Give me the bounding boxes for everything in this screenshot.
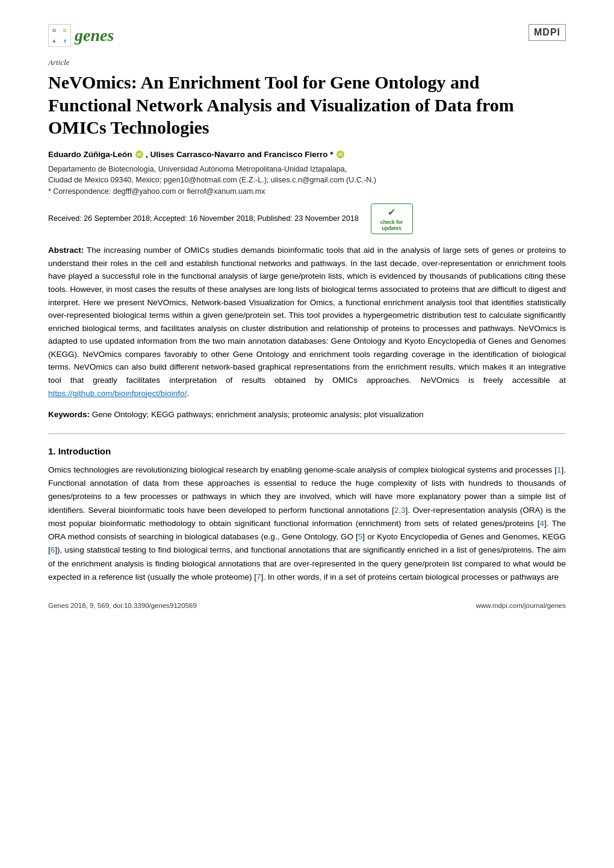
nevomics-link[interactable]: https://github.com/bioinfproject/bioinfo…	[48, 389, 187, 398]
check-updates-label: check forupdates	[380, 219, 403, 231]
page-header: G C A T genes MDPI	[48, 24, 566, 47]
section-divider	[48, 433, 566, 434]
logo-grid-icon: G C A T	[48, 24, 71, 47]
paper-title: NeVOmics: An Enrichment Tool for Gene On…	[48, 71, 566, 139]
received-accepted-published: Received: 26 September 2018; Accepted: 1…	[48, 214, 359, 223]
affiliation-line1: Departamento de Biotecnología, Universid…	[48, 164, 566, 175]
section-1-paragraph-1: Omics technologies are revolutionizing b…	[48, 463, 566, 584]
correspondence: * Correspondence: degfff@yahoo.com or fi…	[48, 186, 566, 197]
logo-g: G	[49, 25, 60, 36]
orcid-icon-2: iD	[336, 150, 344, 158]
section-1: 1. Introduction Omics technologies are r…	[48, 446, 566, 584]
journal-name: genes	[75, 26, 114, 45]
logo-c: C	[60, 25, 70, 36]
ref-6[interactable]: 6	[51, 545, 55, 554]
logo-a: A	[49, 36, 60, 46]
footer-website: www.mdpi.com/journal/genes	[476, 602, 566, 609]
check-updates-badge: ✔ check forupdates	[371, 203, 413, 234]
keywords-section: Keywords: Gene Ontology; KEGG pathways; …	[48, 408, 566, 421]
abstract-section: Abstract: The increasing number of OMICs…	[48, 244, 566, 400]
logo-t: T	[60, 36, 70, 46]
authors-line: Eduardo Zúñiga-León iD , Ulises Carrasco…	[48, 150, 566, 159]
ref-5[interactable]: 5	[358, 532, 363, 541]
article-type: Article	[48, 58, 566, 67]
checkmark-icon: ✔	[388, 206, 395, 218]
keywords-label: Keywords:	[48, 410, 90, 419]
abstract-text: The increasing number of OMICs studies d…	[48, 246, 566, 398]
keywords-text: Gene Ontology; KEGG pathways; enrichment…	[92, 410, 424, 419]
page-footer: Genes 2018, 9, 569; doi:10.3390/genes912…	[48, 602, 566, 609]
section-1-title: 1. Introduction	[48, 446, 566, 456]
ref-2-3[interactable]: 2,3	[394, 506, 406, 515]
mdpi-logo: MDPI	[529, 24, 566, 41]
author-zuniga: Eduardo Zúñiga-León	[48, 150, 132, 159]
affiliation-line2: Ciudad de Mexico 09340, Mexico; pgen10@h…	[48, 175, 566, 186]
ref-1[interactable]: 1	[557, 465, 562, 474]
ref-4[interactable]: 4	[539, 519, 544, 528]
dates-row: Received: 26 September 2018; Accepted: 1…	[48, 203, 566, 234]
affiliation-block: Departamento de Biotecnología, Universid…	[48, 164, 566, 197]
journal-logo: G C A T genes	[48, 24, 114, 47]
ref-7[interactable]: 7	[256, 572, 261, 581]
footer-citation: Genes 2018, 9, 569; doi:10.3390/genes912…	[48, 602, 197, 609]
author-carrasco: , Ulises Carrasco-Navarro and Francisco …	[146, 150, 333, 159]
orcid-icon-1: iD	[135, 150, 143, 158]
abstract-label: Abstract:	[48, 246, 84, 255]
